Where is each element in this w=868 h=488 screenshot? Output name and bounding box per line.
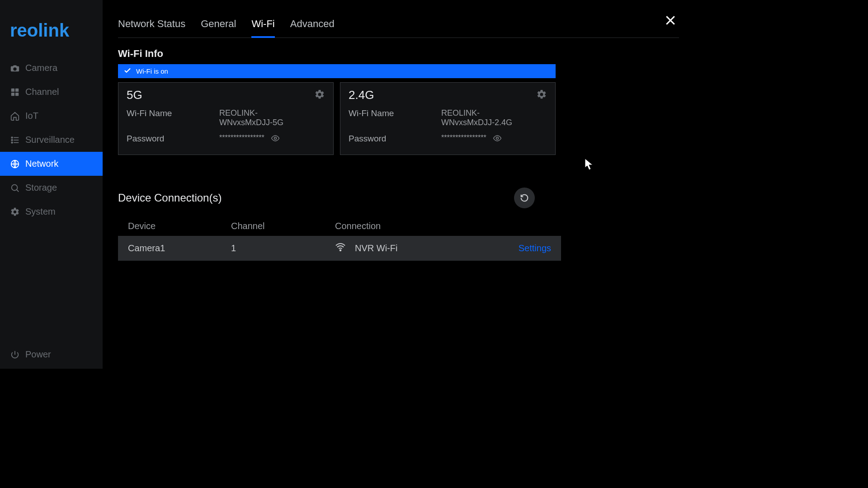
wifi-card-24g: 2.4G Wi-Fi Name REOLINK-WNvxsMxDJJ-2.4G … [340,82,556,155]
wifi-status-text: Wi-Fi is on [136,67,168,75]
refresh-button[interactable] [514,188,535,208]
col-header-connection: Connection [335,221,500,231]
tab-network-status[interactable]: Network Status [118,18,185,38]
sidebar-item-label: Storage [25,183,57,193]
sidebar-item-label: Network [25,159,58,169]
brand-logo: reolink [0,16,103,51]
wifi-name-value-5g: REOLINK-WNvxsMxDJJ-5G [219,108,310,127]
wifi-band-title-5g: 5G [127,88,325,102]
eye-icon[interactable] [271,134,280,145]
wifi-icon [335,242,346,255]
device-table: Device Channel Connection Camera1 1 NVR … [118,216,561,261]
wifi-password-value-5g: **************** [219,134,264,142]
wifi-name-label-24g: Wi-Fi Name [349,108,441,118]
sidebar-item-storage[interactable]: Storage [0,176,103,200]
svg-point-8 [11,142,13,143]
wifi-status-bar: Wi-Fi is on [118,64,556,78]
wifi-password-value-24g: **************** [441,134,486,142]
cell-channel: 1 [231,243,335,253]
list-icon [10,135,20,145]
camera-icon [10,63,20,73]
wifi-card-5g: 5G Wi-Fi Name REOLINK-WNvxsMxDJJ-5G Pass… [118,82,334,155]
svg-point-17 [340,250,341,251]
tab-wifi[interactable]: Wi-Fi [251,18,274,38]
svg-point-16 [496,137,498,140]
home-icon [10,111,20,121]
sidebar-item-label: Channel [25,87,59,97]
wifi-password-label-24g: Password [349,134,441,144]
sidebar-item-label: System [25,206,56,217]
device-connections-title: Device Connection(s) [118,192,514,204]
svg-line-12 [17,189,19,192]
gear-icon [10,207,20,217]
sidebar-item-channel[interactable]: Channel [0,80,103,104]
wifi-name-value-24g: REOLINK-WNvxsMxDJJ-2.4G [441,108,532,127]
svg-rect-0 [11,88,14,91]
tab-advanced[interactable]: Advanced [290,18,335,38]
check-icon [123,66,132,76]
close-icon[interactable] [664,14,677,29]
svg-rect-3 [15,92,19,95]
globe-icon [10,159,20,169]
power-icon [10,350,20,360]
sidebar-item-network[interactable]: Network [0,152,103,176]
col-header-channel: Channel [231,221,335,231]
col-header-device: Device [128,221,231,231]
svg-point-11 [12,184,18,190]
sidebar: reolink Camera Channel IoT [0,0,103,369]
tab-general[interactable]: General [201,18,236,38]
svg-rect-1 [15,88,19,91]
sidebar-item-label: IoT [25,111,38,121]
main-content: Network Status General Wi-Fi Advanced Wi… [103,0,694,369]
sidebar-item-iot[interactable]: IoT [0,104,103,128]
tabs: Network Status General Wi-Fi Advanced [118,18,679,38]
sidebar-item-surveillance[interactable]: Surveillance [0,128,103,152]
wifi-card-settings-5g[interactable] [314,89,325,102]
wifi-card-settings-24g[interactable] [536,89,547,102]
wifi-password-label-5g: Password [127,134,219,144]
sidebar-item-label: Camera [25,63,57,73]
mouse-cursor-icon [585,158,594,173]
table-row: Camera1 1 NVR Wi-Fi Settings [118,236,561,261]
cell-device: Camera1 [128,243,231,253]
sidebar-item-camera[interactable]: Camera [0,56,103,80]
search-icon [10,183,20,193]
sidebar-item-system[interactable]: System [0,200,103,224]
sidebar-item-label: Surveillance [25,135,75,145]
wifi-info-title: Wi-Fi Info [118,48,679,60]
svg-point-15 [274,137,276,140]
cell-connection: NVR Wi-Fi [355,243,397,253]
wifi-band-title-24g: 2.4G [349,88,547,102]
svg-rect-2 [11,92,14,95]
wifi-name-label-5g: Wi-Fi Name [127,108,219,118]
row-settings-link[interactable]: Settings [519,243,551,253]
sidebar-nav: Camera Channel IoT Surveillance [0,56,103,369]
sidebar-item-power[interactable]: Power [0,343,103,366]
eye-icon[interactable] [493,134,502,145]
wifi-cards: 5G Wi-Fi Name REOLINK-WNvxsMxDJJ-5G Pass… [118,82,556,155]
grid-icon [10,87,20,97]
svg-point-6 [11,139,13,141]
svg-point-4 [11,137,13,138]
sidebar-item-label: Power [25,349,51,360]
